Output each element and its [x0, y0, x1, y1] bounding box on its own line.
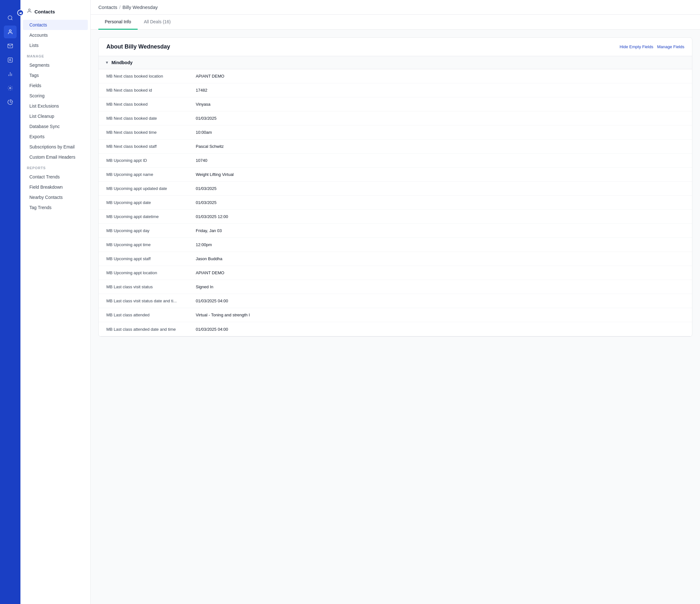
left-nav-title: Contacts	[34, 9, 55, 15]
sidebar-item-database-sync[interactable]: Database Sync	[23, 121, 88, 131]
sidebar-item-fields[interactable]: Fields	[23, 80, 88, 91]
content-scroll: About Billy Wednesday Hide Empty Fields …	[91, 30, 700, 604]
reports-section-title: REPORTS	[20, 162, 91, 172]
table-row: MB Last class visit status Signed In	[99, 280, 692, 294]
table-row: MB Next class booked id 17482	[99, 83, 692, 97]
about-card: About Billy Wednesday Hide Empty Fields …	[98, 37, 692, 337]
sidebar-item-accounts[interactable]: Accounts	[23, 30, 88, 40]
field-label: MB Next class booked date	[106, 116, 196, 121]
mindbody-section: ▼ Mindbody MB Next class booked location…	[99, 56, 692, 336]
sidebar-item-contact-trends[interactable]: Contact Trends	[23, 172, 88, 182]
table-row: MB Next class booked staff Pascal Schwit…	[99, 140, 692, 154]
sidebar-item-lists[interactable]: Lists	[23, 40, 88, 50]
field-value: APIANT DEMO	[196, 270, 684, 275]
field-value: 01/03/2025	[196, 200, 684, 205]
svg-point-11	[9, 87, 11, 89]
field-label: MB Upcoming appt date	[106, 200, 196, 205]
sidebar-item-scoring[interactable]: Scoring	[23, 91, 88, 101]
field-label: MB Upcoming appt name	[106, 172, 196, 177]
field-label: MB Upcoming appt day	[106, 228, 196, 233]
field-label: MB Last class visit status date and ti..…	[106, 299, 196, 303]
field-label: MB Next class booked	[106, 102, 196, 107]
field-label: MB Next class booked location	[106, 74, 196, 78]
icon-sidebar: ◀	[0, 0, 20, 604]
sidebar-item-contacts[interactable]: Contacts	[23, 20, 88, 30]
field-value: 12:00pm	[196, 242, 684, 247]
nav-icon-reports[interactable]	[4, 54, 17, 67]
sidebar-item-nearby-contacts[interactable]: Nearby Contacts	[23, 192, 88, 202]
nav-icon-email[interactable]	[4, 40, 17, 52]
sidebar-item-segments[interactable]: Segments	[23, 60, 88, 70]
sidebar-item-custom-email-headers[interactable]: Custom Email Headers	[23, 152, 88, 162]
field-value: Virtual - Toning and strength I	[196, 312, 684, 317]
field-label: MB Upcoming appt datetime	[106, 214, 196, 219]
field-label: MB Last class visit status	[106, 284, 196, 289]
tab-personal-info[interactable]: Personal Info	[98, 15, 138, 30]
svg-line-1	[11, 19, 12, 20]
sidebar-item-list-exclusions[interactable]: List Exclusions	[23, 101, 88, 111]
manage-section-title: MANAGE	[20, 50, 91, 60]
nav-icon-pie[interactable]	[4, 96, 17, 108]
table-row: MB Next class booked date 01/03/2025	[99, 111, 692, 125]
left-nav-header: Contacts	[20, 5, 91, 20]
sidebar-item-tag-trends[interactable]: Tag Trends	[23, 202, 88, 212]
table-row: MB Upcoming appt location APIANT DEMO	[99, 266, 692, 280]
nav-icon-analytics[interactable]	[4, 68, 17, 80]
field-value: Signed In	[196, 284, 684, 289]
field-value: 01/03/2025 12:00	[196, 214, 684, 219]
sidebar-item-tags[interactable]: Tags	[23, 70, 88, 80]
field-label: MB Next class booked id	[106, 88, 196, 93]
field-value: 01/03/2025	[196, 186, 684, 191]
field-value: 01/03/2025 04:00	[196, 327, 684, 332]
table-row: MB Upcoming appt name Weight Lifting Vir…	[99, 168, 692, 182]
left-nav: Contacts Contacts Accounts Lists MANAGE …	[20, 0, 91, 604]
table-row: MB Last class attended date and time 01/…	[99, 322, 692, 336]
table-row: MB Upcoming appt date 01/03/2025	[99, 196, 692, 210]
sidebar-item-field-breakdown[interactable]: Field Breakdown	[23, 182, 88, 192]
card-title: About Billy Wednesday	[106, 44, 170, 50]
breadcrumb-separator: /	[119, 4, 120, 10]
svg-point-0	[8, 16, 12, 20]
field-value: APIANT DEMO	[196, 74, 684, 78]
field-label: MB Upcoming appt location	[106, 270, 196, 275]
chevron-down-icon: ▼	[105, 60, 109, 65]
field-value: Pascal Schwitz	[196, 144, 684, 149]
field-label: MB Upcoming appt time	[106, 242, 196, 247]
sidebar-item-exports[interactable]: Exports	[23, 131, 88, 142]
table-row: MB Upcoming appt day Friday, Jan 03	[99, 224, 692, 238]
sidebar-item-list-cleanup[interactable]: List Cleanup	[23, 111, 88, 121]
hide-empty-fields-link[interactable]: Hide Empty Fields	[620, 44, 653, 49]
tabs-bar: Personal Info All Deals (16)	[91, 15, 700, 30]
tab-all-deals[interactable]: All Deals (16)	[138, 15, 177, 30]
collapse-button[interactable]: ◀	[17, 9, 24, 16]
field-label: MB Upcoming appt updated date	[106, 186, 196, 191]
field-label: MB Next class booked staff	[106, 144, 196, 149]
table-row: MB Upcoming appt updated date 01/03/2025	[99, 182, 692, 196]
table-row: MB Upcoming appt ID 10740	[99, 154, 692, 168]
field-value: Jason Buddha	[196, 256, 684, 261]
manage-fields-link[interactable]: Manage Fields	[657, 44, 684, 49]
sidebar-item-subscriptions-by-email[interactable]: Subscriptions by Email	[23, 142, 88, 152]
mindbody-section-label: Mindbody	[111, 60, 132, 65]
field-value: Friday, Jan 03	[196, 228, 684, 233]
field-label: MB Upcoming appt staff	[106, 256, 196, 261]
mindbody-section-header[interactable]: ▼ Mindbody	[99, 56, 692, 69]
field-value: 10:00am	[196, 130, 684, 135]
nav-icon-search[interactable]	[4, 11, 17, 24]
nav-icon-contacts[interactable]	[4, 26, 17, 38]
top-bar: Contacts / Billy Wednesday	[91, 0, 700, 15]
table-row: MB Next class booked location APIANT DEM…	[99, 69, 692, 83]
card-header: About Billy Wednesday Hide Empty Fields …	[99, 38, 692, 56]
field-value: 10740	[196, 158, 684, 163]
contacts-header-icon	[27, 8, 32, 15]
field-label: MB Last class attended date and time	[106, 327, 196, 332]
field-label: MB Upcoming appt ID	[106, 158, 196, 163]
svg-point-12	[28, 9, 30, 10]
breadcrumb-contacts-link[interactable]: Contacts	[98, 4, 117, 10]
table-row: MB Upcoming appt staff Jason Buddha	[99, 252, 692, 266]
field-value: Weight Lifting Virtual	[196, 172, 684, 177]
nav-icon-settings[interactable]	[4, 82, 17, 95]
field-label: MB Last class attended	[106, 312, 196, 317]
field-value: Vinyasa	[196, 102, 684, 107]
table-row: MB Last class visit status date and ti..…	[99, 294, 692, 308]
